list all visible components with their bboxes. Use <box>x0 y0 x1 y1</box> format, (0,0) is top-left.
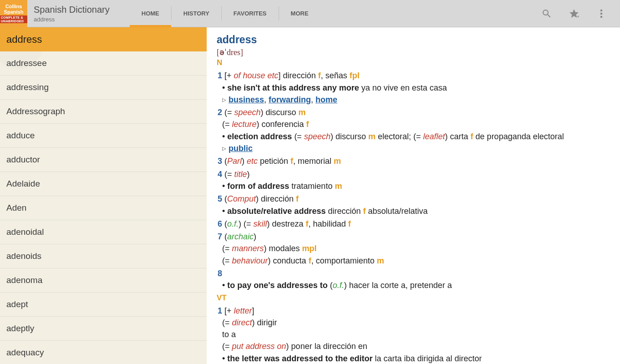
sidebar-item-adductor[interactable]: adductor <box>0 148 207 172</box>
logo-line2: Spanish <box>4 10 24 15</box>
sidebar-item-addressing[interactable]: addressing <box>0 76 207 100</box>
sidebar-item-adequacy[interactable]: adequacy <box>0 341 207 364</box>
xref-business[interactable]: business <box>229 95 264 104</box>
sidebar-item-addressee[interactable]: addressee <box>0 51 207 76</box>
sense-2: 2 (= speech) discurso m (= lecture) conf… <box>218 107 610 154</box>
sidebar-item-adenoidal[interactable]: adenoidal <box>0 220 207 244</box>
top-bar: Collins Spanish COMPLETE & UNABRIDGED Sp… <box>0 0 620 27</box>
sense-1: 1 [+ of house etc] dirección f, señas fp… <box>218 70 610 105</box>
sidebar-item-adeptly[interactable]: adeptly <box>0 317 207 341</box>
sense-5: 5 (Comput) dirección f • absolute/relati… <box>218 193 610 217</box>
sidebar-item-addressograph[interactable]: Addressograph <box>0 100 207 124</box>
tab-home[interactable]: HOME <box>130 0 171 27</box>
word-list-sidebar: address addressee addressing Addressogra… <box>0 27 207 364</box>
app-subtitle: address <box>34 16 110 23</box>
favorite-add-icon[interactable]: + <box>567 7 581 20</box>
sidebar-item-aden[interactable]: Aden <box>0 196 207 220</box>
part-of-speech-n: N <box>217 58 610 68</box>
sense-7: 7 (archaic) (= manners) modales mpl (= b… <box>218 231 610 266</box>
sidebar-item-address[interactable]: address <box>0 27 207 51</box>
pronunciation: [əˈdres] <box>217 47 610 58</box>
xref-home[interactable]: home <box>315 95 337 104</box>
sense-3: 3 (Parl) etc petición f, memorial m <box>218 156 610 167</box>
xref-forwarding[interactable]: forwarding <box>269 95 311 104</box>
app-title-block: Spanish Dictionary address <box>27 0 116 27</box>
sidebar-item-adduce[interactable]: adduce <box>0 124 207 148</box>
tab-history[interactable]: HISTORY <box>172 0 221 27</box>
logo-line1: Collins <box>5 4 22 10</box>
part-of-speech-vt: VT <box>217 293 610 303</box>
logo-subtitle: COMPLETE & UNABRIDGED <box>0 15 27 23</box>
sense-6: 6 (o.f.) (= skill) destreza f, habilidad… <box>218 218 610 229</box>
search-icon[interactable] <box>540 7 554 20</box>
vt-sense-1: 1 [+ letter] (= direct) dirigir to a (= … <box>218 305 610 364</box>
sidebar-item-adelaide[interactable]: Adelaide <box>0 172 207 196</box>
app-title: Spanish Dictionary <box>34 5 110 15</box>
headword: address <box>217 33 610 47</box>
xref-public[interactable]: public <box>229 144 253 153</box>
svg-text:+: + <box>577 14 579 19</box>
top-actions: + <box>540 0 620 27</box>
sidebar-item-adept[interactable]: adept <box>0 293 207 317</box>
sidebar-item-adenoids[interactable]: adenoids <box>0 244 207 268</box>
app-logo: Collins Spanish COMPLETE & UNABRIDGED <box>0 0 27 27</box>
tab-more[interactable]: MORE <box>279 0 320 27</box>
sense-4: 4 (= title) • form of address tratamient… <box>218 169 610 192</box>
top-tabs: HOME HISTORY FAVORITES MORE <box>130 0 320 27</box>
sidebar-item-adenoma[interactable]: adenoma <box>0 268 207 293</box>
entry-content[interactable]: address [əˈdres] N 1 [+ of house etc] di… <box>207 27 620 364</box>
overflow-menu-icon[interactable] <box>595 7 608 20</box>
sense-8: 8 • to pay one's addresses to (o.f.) hac… <box>218 268 610 291</box>
tab-favorites[interactable]: FAVORITES <box>222 0 279 27</box>
